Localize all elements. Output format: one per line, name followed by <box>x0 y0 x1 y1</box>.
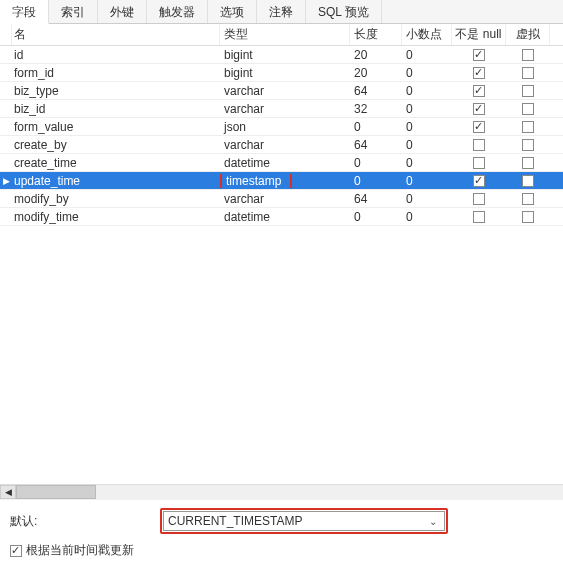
cell-decimal[interactable]: 0 <box>402 120 452 134</box>
table-row[interactable]: biz_typevarchar640 <box>0 82 563 100</box>
cell-length[interactable]: 64 <box>350 84 402 98</box>
table-row[interactable]: form_valuejson00 <box>0 118 563 136</box>
cell-notnull[interactable] <box>452 102 506 116</box>
cell-virtual[interactable] <box>506 84 550 98</box>
cell-decimal[interactable]: 0 <box>402 66 452 80</box>
cell-virtual[interactable] <box>506 138 550 152</box>
cell-type[interactable]: varchar <box>220 192 350 206</box>
cell-virtual[interactable] <box>506 174 550 188</box>
cell-notnull[interactable] <box>452 120 506 134</box>
tab-5[interactable]: 注释 <box>257 0 306 23</box>
cell-virtual[interactable] <box>506 48 550 62</box>
cell-length[interactable]: 0 <box>350 156 402 170</box>
cell-virtual[interactable] <box>506 192 550 206</box>
table-row[interactable]: modify_timedatetime00 <box>0 208 563 226</box>
cell-type[interactable]: datetime <box>220 156 350 170</box>
virtual-checkbox[interactable] <box>522 157 534 169</box>
virtual-checkbox[interactable] <box>522 103 534 115</box>
virtual-checkbox[interactable] <box>522 211 534 223</box>
table-row[interactable]: form_idbigint200 <box>0 64 563 82</box>
cell-decimal[interactable]: 0 <box>402 84 452 98</box>
cell-notnull[interactable] <box>452 84 506 98</box>
notnull-checkbox[interactable] <box>473 67 485 79</box>
table-row[interactable]: create_byvarchar640 <box>0 136 563 154</box>
virtual-checkbox[interactable] <box>522 175 534 187</box>
notnull-checkbox[interactable] <box>473 103 485 115</box>
tab-1[interactable]: 索引 <box>49 0 98 23</box>
virtual-checkbox[interactable] <box>522 49 534 61</box>
onupdate-checkbox[interactable] <box>10 545 22 557</box>
tab-3[interactable]: 触发器 <box>147 0 208 23</box>
notnull-checkbox[interactable] <box>473 139 485 151</box>
cell-length[interactable]: 64 <box>350 138 402 152</box>
horizontal-scrollbar[interactable]: ◀ <box>0 484 563 500</box>
tab-6[interactable]: SQL 预览 <box>306 0 382 23</box>
default-value-select[interactable]: CURRENT_TIMESTAMP ⌄ <box>163 511 445 531</box>
cell-decimal[interactable]: 0 <box>402 174 452 188</box>
col-header-virtual[interactable]: 虚拟 <box>506 24 550 45</box>
cell-virtual[interactable] <box>506 156 550 170</box>
col-header-decimal[interactable]: 小数点 <box>402 24 452 45</box>
cell-decimal[interactable]: 0 <box>402 156 452 170</box>
table-row[interactable]: modify_byvarchar640 <box>0 190 563 208</box>
tab-0[interactable]: 字段 <box>0 0 49 24</box>
cell-name[interactable]: form_id <box>12 66 220 80</box>
notnull-checkbox[interactable] <box>473 85 485 97</box>
cell-decimal[interactable]: 0 <box>402 138 452 152</box>
scroll-thumb[interactable] <box>16 485 96 499</box>
cell-length[interactable]: 0 <box>350 174 402 188</box>
cell-type[interactable]: bigint <box>220 48 350 62</box>
cell-type[interactable]: varchar <box>220 84 350 98</box>
cell-type[interactable]: datetime <box>220 210 350 224</box>
notnull-checkbox[interactable] <box>473 157 485 169</box>
notnull-checkbox[interactable] <box>473 175 485 187</box>
virtual-checkbox[interactable] <box>522 139 534 151</box>
cell-notnull[interactable] <box>452 66 506 80</box>
cell-type[interactable]: json <box>220 120 350 134</box>
cell-name[interactable]: create_time <box>12 156 220 170</box>
tab-4[interactable]: 选项 <box>208 0 257 23</box>
cell-length[interactable]: 32 <box>350 102 402 116</box>
cell-notnull[interactable] <box>452 192 506 206</box>
cell-type[interactable]: varchar <box>220 102 350 116</box>
cell-decimal[interactable]: 0 <box>402 48 452 62</box>
virtual-checkbox[interactable] <box>522 121 534 133</box>
cell-notnull[interactable] <box>452 210 506 224</box>
cell-decimal[interactable]: 0 <box>402 192 452 206</box>
col-header-notnull[interactable]: 不是 null <box>452 24 506 45</box>
cell-length[interactable]: 20 <box>350 48 402 62</box>
notnull-checkbox[interactable] <box>473 121 485 133</box>
cell-name[interactable]: biz_type <box>12 84 220 98</box>
cell-decimal[interactable]: 0 <box>402 210 452 224</box>
col-header-type[interactable]: 类型 <box>220 24 350 45</box>
cell-notnull[interactable] <box>452 138 506 152</box>
cell-length[interactable]: 0 <box>350 210 402 224</box>
table-row[interactable]: idbigint200 <box>0 46 563 64</box>
virtual-checkbox[interactable] <box>522 67 534 79</box>
cell-length[interactable]: 0 <box>350 120 402 134</box>
col-header-length[interactable]: 长度 <box>350 24 402 45</box>
cell-length[interactable]: 20 <box>350 66 402 80</box>
cell-virtual[interactable] <box>506 120 550 134</box>
cell-length[interactable]: 64 <box>350 192 402 206</box>
virtual-checkbox[interactable] <box>522 193 534 205</box>
cell-name[interactable]: create_by <box>12 138 220 152</box>
cell-decimal[interactable]: 0 <box>402 102 452 116</box>
col-header-name[interactable]: 名 <box>12 24 220 45</box>
table-row[interactable]: create_timedatetime00 <box>0 154 563 172</box>
cell-type[interactable]: bigint <box>220 66 350 80</box>
cell-notnull[interactable] <box>452 48 506 62</box>
cell-virtual[interactable] <box>506 102 550 116</box>
table-row[interactable]: biz_idvarchar320 <box>0 100 563 118</box>
table-row[interactable]: ▶update_timetimestamp00 <box>0 172 563 190</box>
cell-name[interactable]: form_value <box>12 120 220 134</box>
cell-name[interactable]: biz_id <box>12 102 220 116</box>
notnull-checkbox[interactable] <box>473 193 485 205</box>
cell-notnull[interactable] <box>452 156 506 170</box>
cell-name[interactable]: update_time <box>12 174 220 188</box>
cell-type[interactable]: timestamp <box>220 174 350 188</box>
cell-name[interactable]: modify_by <box>12 192 220 206</box>
virtual-checkbox[interactable] <box>522 85 534 97</box>
cell-name[interactable]: modify_time <box>12 210 220 224</box>
cell-virtual[interactable] <box>506 210 550 224</box>
